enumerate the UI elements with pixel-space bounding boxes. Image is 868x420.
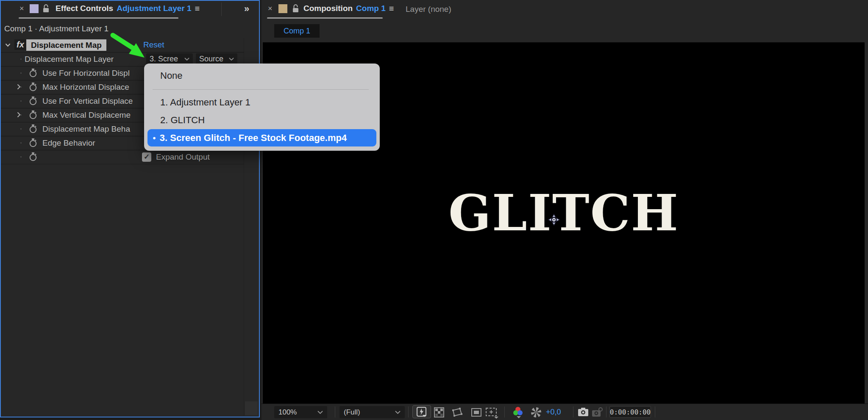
panel-overflow-button[interactable]: » <box>244 4 249 14</box>
exposure-icon[interactable] <box>530 406 542 418</box>
row-dot <box>20 72 22 74</box>
grid-guides-icon[interactable] <box>485 407 499 419</box>
active-tab-underline <box>19 17 178 19</box>
toolbar-divider <box>606 406 606 417</box>
chevron-down-icon <box>395 411 401 414</box>
effect-header-row: fx Displacement Map Reset <box>1 38 244 52</box>
comp-breadcrumb-tab[interactable]: Comp 1 <box>274 24 320 38</box>
composition-panel: × Composition Comp 1 ≡ Layer (none) Comp… <box>262 0 868 420</box>
expand-chevron-icon[interactable] <box>17 84 21 90</box>
panel-color-swatch[interactable] <box>30 4 39 13</box>
tabbar-divider <box>221 3 222 16</box>
active-tab-underline <box>267 17 383 19</box>
transparency-grid-icon[interactable] <box>434 407 445 418</box>
menu-item-screen-glitch-selected[interactable]: ● 3. Screen Glitch - Free Stock Footage.… <box>147 129 376 146</box>
unlock-icon[interactable] <box>292 4 299 14</box>
panel-title: Composition <box>303 4 353 13</box>
effect-name[interactable]: Displacement Map <box>26 39 106 51</box>
show-snapshot-icon[interactable] <box>591 407 604 418</box>
chevron-down-icon <box>229 58 234 61</box>
stopwatch-icon[interactable] <box>29 152 37 162</box>
source-channel-dropdown[interactable]: Source <box>196 53 237 64</box>
panel-title: Effect Controls <box>56 4 113 13</box>
panel-target-comp: Comp 1 <box>356 4 386 13</box>
exposure-offset-value[interactable]: +0,0 <box>546 408 561 417</box>
checkbox-label: Expand Output <box>156 152 210 162</box>
snapshot-camera-icon[interactable] <box>577 407 589 417</box>
breadcrumb: Comp 1 · Adjustment Layer 1 <box>4 24 108 33</box>
displacement-map-layer-dropdown[interactable]: 3. Scree <box>146 53 193 64</box>
row-dot <box>20 100 22 102</box>
selected-bullet-icon: ● <box>153 135 156 141</box>
displacement-layer-menu: None 1. Adjustment Layer 1 2. GLITCH ● 3… <box>144 64 380 151</box>
panel-color-swatch[interactable] <box>278 4 287 13</box>
glitch-title-text: GLITCH <box>263 188 865 238</box>
resolution-dropdown[interactable]: (Full) <box>339 406 405 418</box>
viewer-toolbar: 100% (Full) <box>262 403 868 420</box>
row-dot <box>20 142 22 144</box>
toolbar-divider <box>655 406 655 417</box>
menu-item-glitch[interactable]: 2. GLITCH <box>160 115 205 126</box>
panel-close-icon[interactable]: × <box>268 5 273 13</box>
stopwatch-icon[interactable] <box>29 68 37 78</box>
chevron-down-icon <box>184 58 189 61</box>
mask-visibility-icon[interactable] <box>451 407 463 418</box>
row-dot <box>20 58 22 60</box>
unlock-icon[interactable] <box>42 4 50 14</box>
collapse-chevron-icon[interactable] <box>5 43 11 47</box>
menu-item-none[interactable]: None <box>160 70 183 81</box>
toolbar-divider <box>335 406 335 417</box>
row-dot <box>20 128 22 130</box>
reset-button[interactable]: Reset <box>143 40 164 50</box>
panel-menu-icon[interactable]: ≡ <box>195 4 200 13</box>
effect-controls-tab[interactable]: Effect Controls Adjustment Layer 1 ≡ <box>56 4 200 13</box>
scrollbar-corner[interactable] <box>245 401 258 415</box>
toolbar-divider <box>573 406 573 417</box>
panel-menu-icon[interactable]: ≡ <box>389 4 394 13</box>
after-effects-window: × Effect Controls Adjustment Layer 1 ≡ »… <box>0 0 868 420</box>
fx-badge: fx <box>14 39 26 50</box>
composition-tab[interactable]: Composition Comp 1 ≡ <box>303 4 394 13</box>
fast-previews-icon <box>416 406 427 417</box>
toolbar-divider <box>408 406 409 417</box>
stopwatch-icon[interactable] <box>29 110 37 120</box>
fast-previews-button[interactable] <box>412 405 431 418</box>
menu-item-adjustment-layer[interactable]: 1. Adjustment Layer 1 <box>160 97 250 108</box>
anchor-point-icon[interactable] <box>546 212 562 228</box>
timecode-field[interactable]: 0:00:00:00 <box>609 406 651 418</box>
stopwatch-icon[interactable] <box>29 82 37 92</box>
expand-output-checkbox[interactable]: ✓ <box>142 152 151 162</box>
panel-target-layer: Adjustment Layer 1 <box>117 4 191 13</box>
magnification-dropdown[interactable]: 100% <box>274 406 327 418</box>
region-of-interest-icon[interactable] <box>471 407 482 418</box>
chevron-down-icon <box>317 411 323 414</box>
stopwatch-icon[interactable] <box>29 124 37 134</box>
menu-divider <box>153 89 369 90</box>
panel-close-icon[interactable]: × <box>19 5 24 13</box>
stopwatch-icon[interactable] <box>29 96 37 106</box>
channels-icon[interactable] <box>512 406 524 419</box>
effect-controls-panel: × Effect Controls Adjustment Layer 1 ≡ »… <box>0 0 260 417</box>
layer-panel-tab[interactable]: Layer (none) <box>406 5 451 14</box>
expand-chevron-icon[interactable] <box>17 112 21 118</box>
property-row: ✓ Expand Output <box>1 150 244 164</box>
stopwatch-icon[interactable] <box>29 138 37 148</box>
toolbar-divider <box>504 406 505 417</box>
row-dot <box>20 156 22 158</box>
